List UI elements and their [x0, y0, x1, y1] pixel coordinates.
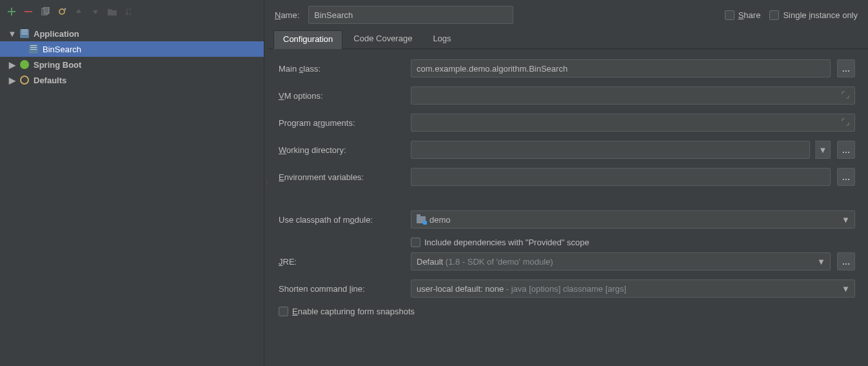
tab-configuration[interactable]: Configuration [273, 30, 342, 49]
expand-icon[interactable] [840, 117, 851, 127]
include-provided-label: Include dependencies with "Provided" sco… [424, 238, 589, 247]
add-icon[interactable] [6, 6, 17, 17]
single-instance-label: Single instance only [783, 10, 858, 20]
sort-icon: 09 [124, 6, 134, 17]
remove-icon[interactable] [23, 6, 34, 17]
tab-logs[interactable]: Logs [423, 30, 460, 48]
tree-label: Defaults [34, 76, 66, 85]
svg-text:9: 9 [129, 12, 132, 16]
jre-hint: (1.8 - SDK of 'demo' module) [443, 257, 553, 267]
folder-icon [107, 6, 117, 17]
move-down-icon [90, 6, 101, 17]
share-label: Share [738, 10, 761, 20]
tree-node-defaults[interactable]: ▶ Defaults [0, 72, 264, 88]
env-vars-label: Environment variables: [279, 172, 404, 182]
checkbox-icon [769, 10, 779, 20]
classpath-value: demo [429, 215, 451, 225]
collapse-arrow-icon: ▶ [9, 60, 15, 70]
settings-icon[interactable] [57, 6, 67, 17]
name-label: Name: [275, 10, 299, 20]
collapse-arrow-icon: ▶ [9, 76, 15, 85]
copy-icon[interactable] [40, 6, 50, 17]
tree-node-application[interactable]: ▼ Application [0, 26, 264, 41]
config-tree: ▼ Application BinSearch ▶ Spring Boot ▶ … [0, 23, 264, 366]
working-dir-input[interactable] [411, 141, 810, 159]
tree-label: BinSearch [43, 45, 81, 54]
browse-main-class-button[interactable]: … [837, 59, 855, 77]
application-icon [19, 28, 30, 39]
chevron-down-icon: ▼ [842, 284, 849, 294]
config-tree-panel: 09 ▼ Application BinSearch ▶ Spring Boot… [0, 0, 264, 366]
tab-bar: Configuration Code Coverage Logs [268, 30, 868, 49]
browse-working-dir-button[interactable]: … [837, 141, 855, 159]
jre-value: Default [417, 257, 443, 267]
svg-rect-1 [44, 7, 49, 14]
working-dir-label: Working directory: [279, 145, 404, 155]
expand-icon[interactable] [840, 90, 851, 100]
checkbox-icon [411, 238, 420, 247]
single-instance-checkbox[interactable]: Single instance only [769, 10, 858, 20]
shorten-cmdline-select[interactable]: user-local default: none - java [options… [411, 280, 855, 298]
browse-env-vars-button[interactable]: … [837, 168, 855, 186]
gear-icon [19, 75, 30, 85]
chevron-down-icon: ▼ [817, 257, 825, 267]
vm-options-label: VM options: [279, 91, 404, 101]
tree-node-binsearch[interactable]: BinSearch [0, 41, 264, 57]
svg-point-3 [64, 8, 66, 10]
checkbox-icon [725, 10, 735, 20]
tree-label: Application [34, 29, 79, 39]
configuration-form: Main class: … VM options: Program argume… [268, 49, 868, 366]
main-panel: Name: Share Single instance only Configu… [268, 0, 868, 366]
move-up-icon [74, 6, 84, 17]
main-class-label: Main class: [279, 64, 404, 74]
enable-snapshots-label: Enable capturing form snapshots [292, 307, 415, 316]
tree-label: Spring Boot [34, 60, 81, 70]
env-vars-input[interactable] [411, 168, 831, 186]
main-class-input[interactable] [411, 59, 831, 77]
shorten-value: user-local default: none [417, 284, 504, 294]
application-icon [28, 44, 39, 54]
browse-jre-button[interactable]: … [837, 252, 855, 270]
module-icon [417, 216, 426, 223]
chevron-down-icon: ▼ [842, 215, 849, 225]
tab-code-coverage[interactable]: Code Coverage [344, 30, 422, 48]
checkbox-icon [279, 307, 288, 316]
classpath-module-select[interactable]: demo ▼ [411, 210, 855, 229]
sidebar-toolbar: 09 [0, 0, 264, 23]
jre-select[interactable]: Default (1.8 - SDK of 'demo' module) ▼ [411, 252, 831, 270]
name-input[interactable] [308, 6, 513, 24]
share-checkbox[interactable]: Share [725, 10, 761, 20]
program-args-label: Program arguments: [279, 118, 404, 128]
spring-icon [19, 59, 30, 70]
vm-options-input[interactable] [411, 86, 855, 105]
jre-label: JRE: [279, 257, 404, 267]
svg-point-2 [59, 9, 64, 14]
classpath-label: Use classpath of module: [279, 215, 404, 225]
top-row: Name: Share Single instance only [268, 0, 868, 30]
svg-text:0: 0 [129, 8, 132, 12]
tree-node-springboot[interactable]: ▶ Spring Boot [0, 57, 264, 72]
shorten-cmdline-label: Shorten command line: [279, 284, 404, 294]
include-provided-checkbox[interactable]: Include dependencies with "Provided" sco… [411, 238, 589, 247]
shorten-hint: - java [options] classname [args] [504, 284, 626, 294]
program-args-input[interactable] [411, 114, 855, 132]
working-dir-dropdown[interactable]: ▼ [815, 141, 831, 159]
expand-arrow-icon: ▼ [9, 29, 15, 39]
enable-snapshots-checkbox[interactable]: Enable capturing form snapshots [279, 307, 415, 316]
